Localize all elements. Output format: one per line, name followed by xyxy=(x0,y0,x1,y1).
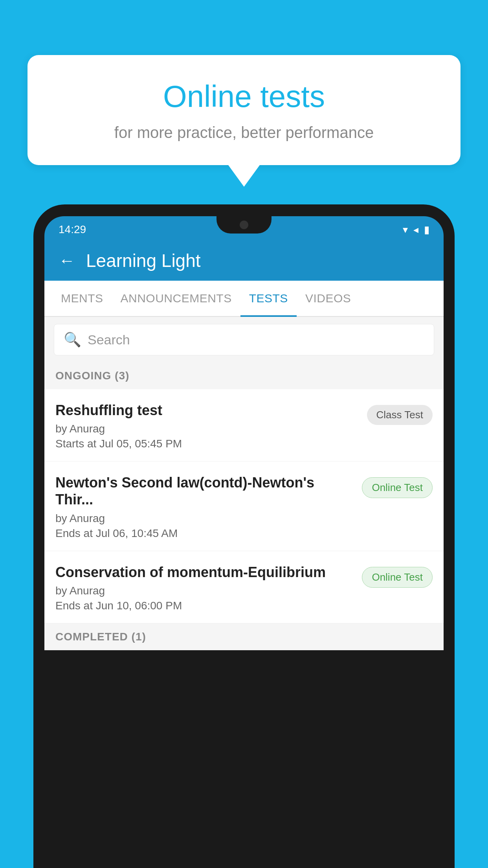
speech-bubble-subtitle: for more practice, better performance xyxy=(55,124,433,142)
test-item-2[interactable]: Newton's Second law(contd)-Newton's Thir… xyxy=(44,462,444,551)
ongoing-section-header: ONGOING (3) xyxy=(44,362,444,389)
speech-bubble: Online tests for more practice, better p… xyxy=(28,55,460,165)
speech-bubble-container: Online tests for more practice, better p… xyxy=(28,55,460,187)
test-item-3[interactable]: Conservation of momentum-Equilibrium by … xyxy=(44,551,444,623)
speech-bubble-arrow xyxy=(228,165,260,187)
test-badge-3: Online Test xyxy=(362,567,433,588)
camera-icon xyxy=(240,221,248,229)
tabs-bar: MENTS ANNOUNCEMENTS TESTS VIDEOS xyxy=(44,281,444,317)
search-icon: 🔍 xyxy=(64,331,81,348)
battery-icon: ▮ xyxy=(424,224,429,236)
status-icons: ▾ ◂ ▮ xyxy=(403,224,429,236)
phone-screen: ← Learning Light MENTS ANNOUNCEMENTS TES… xyxy=(44,241,444,650)
test-item-1[interactable]: Reshuffling test by Anurag Starts at Jul… xyxy=(44,389,444,462)
phone-frame: 14:29 ▾ ◂ ▮ ← Learning Light MENTS ANNOU… xyxy=(33,204,455,868)
test-time-2: Ends at Jul 06, 10:45 AM xyxy=(55,527,354,540)
search-input-wrapper[interactable]: 🔍 Search xyxy=(54,324,434,355)
tab-tests[interactable]: TESTS xyxy=(240,281,297,316)
phone-container: 14:29 ▾ ◂ ▮ ← Learning Light MENTS ANNOU… xyxy=(33,204,455,868)
signal-icon: ◂ xyxy=(413,224,418,236)
test-info-3: Conservation of momentum-Equilibrium by … xyxy=(55,564,362,612)
test-name-2: Newton's Second law(contd)-Newton's Thir… xyxy=(55,474,354,508)
ongoing-label: ONGOING (3) xyxy=(55,370,129,382)
back-button[interactable]: ← xyxy=(59,251,75,270)
tab-videos[interactable]: VIDEOS xyxy=(297,281,360,316)
app-title: Learning Light xyxy=(86,250,201,271)
test-by-3: by Anurag xyxy=(55,585,354,597)
test-time-1: Starts at Jul 05, 05:45 PM xyxy=(55,438,359,450)
notch xyxy=(216,216,272,234)
status-time: 14:29 xyxy=(59,223,86,236)
test-by-2: by Anurag xyxy=(55,512,354,525)
completed-label: COMPLETED (1) xyxy=(55,631,146,643)
tab-ments[interactable]: MENTS xyxy=(52,281,112,316)
test-badge-2: Online Test xyxy=(362,477,433,498)
test-badge-1: Class Test xyxy=(367,405,433,425)
search-placeholder: Search xyxy=(88,332,130,348)
test-time-3: Ends at Jun 10, 06:00 PM xyxy=(55,600,354,612)
app-header: ← Learning Light xyxy=(44,241,444,281)
test-name-3: Conservation of momentum-Equilibrium xyxy=(55,564,354,581)
search-container: 🔍 Search xyxy=(44,317,444,362)
speech-bubble-title: Online tests xyxy=(55,79,433,114)
test-info-1: Reshuffling test by Anurag Starts at Jul… xyxy=(55,402,367,450)
test-name-1: Reshuffling test xyxy=(55,402,359,419)
test-info-2: Newton's Second law(contd)-Newton's Thir… xyxy=(55,474,362,539)
test-by-1: by Anurag xyxy=(55,423,359,435)
tab-announcements[interactable]: ANNOUNCEMENTS xyxy=(112,281,240,316)
completed-section-header: COMPLETED (1) xyxy=(44,623,444,650)
status-bar: 14:29 ▾ ◂ ▮ xyxy=(44,216,444,241)
wifi-icon: ▾ xyxy=(403,224,408,236)
